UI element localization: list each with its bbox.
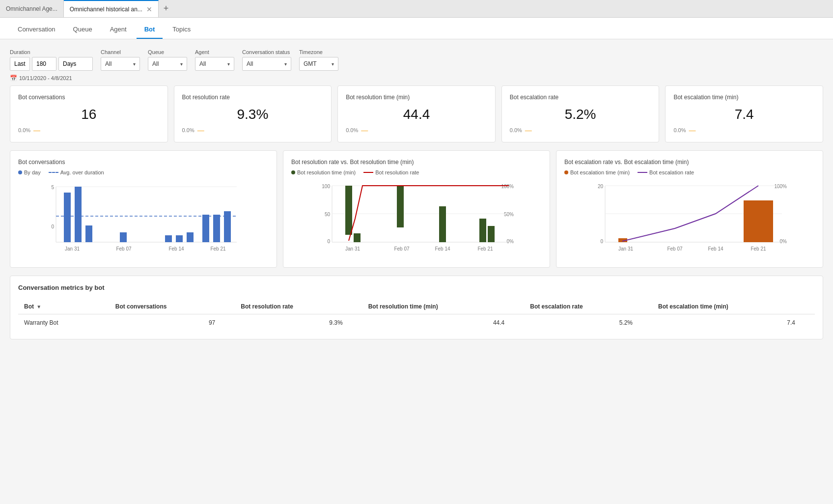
legend-line — [363, 172, 373, 173]
table-row: Warranty Bot 97 9.3% 44.4 5.2% 7.4 — [18, 314, 815, 332]
col-bot[interactable]: Bot ▼ — [18, 299, 110, 314]
table-section: Conversation metrics by bot Bot ▼ Bot co… — [10, 276, 823, 339]
chart-legend: Bot resolution time (min) Bot resolution… — [291, 169, 542, 175]
col-bot-conversations[interactable]: Bot conversations — [110, 299, 235, 314]
chart-legend: By day Avg. over duration — [18, 169, 269, 175]
svg-text:0: 0 — [327, 239, 330, 244]
bar — [64, 193, 71, 242]
svg-text:5: 5 — [51, 185, 54, 190]
bar — [479, 219, 486, 242]
queue-dropdown[interactable]: All ▾ — [148, 57, 187, 71]
svg-text:Feb 21: Feb 21 — [750, 246, 766, 252]
chart-bot-resolution: Bot resolution rate vs. Bot resolution t… — [283, 150, 550, 268]
bar — [202, 215, 209, 242]
duration-value-input[interactable] — [32, 57, 56, 71]
bar — [397, 186, 404, 227]
kpi-title: Bot escalation rate — [510, 94, 651, 101]
kpi-change: 0.0% — [510, 127, 522, 133]
svg-text:100%: 100% — [774, 184, 787, 189]
duration-unit-select[interactable]: Days — [58, 57, 93, 71]
queue-filter: Queue All ▾ — [148, 49, 187, 71]
svg-text:Jan 31: Jan 31 — [618, 246, 633, 252]
legend-avg: Avg. over duration — [49, 169, 104, 175]
bar — [224, 211, 231, 242]
kpi-indicator: — — [197, 126, 204, 134]
cell-escalation-time: 7.4 — [652, 314, 815, 332]
chart-bot-escalation: Bot escalation rate vs. Bot escalation t… — [556, 150, 823, 268]
col-bot-resolution-rate: Bot resolution rate — [235, 299, 362, 314]
tab-queue[interactable]: Queue — [65, 21, 100, 39]
tab-topics[interactable]: Topics — [165, 21, 198, 39]
col-bot-resolution-time: Bot resolution time (min) — [362, 299, 525, 314]
kpi-bot-conversations: Bot conversations 16 0.0% — — [10, 85, 168, 142]
kpi-indicator: — — [689, 126, 695, 134]
browser-tab-2[interactable]: Omnichannel historical an... ✕ — [64, 0, 159, 17]
kpi-value: 7.4 — [673, 107, 815, 122]
bot-conversations-chart: 5 0 — [18, 179, 269, 258]
bar — [488, 226, 495, 242]
calendar-icon: 📅 — [10, 75, 17, 82]
svg-text:Jan 31: Jan 31 — [345, 246, 360, 252]
svg-text:0: 0 — [600, 239, 603, 244]
chevron-down-icon: ▾ — [332, 61, 334, 67]
timezone-dropdown[interactable]: GMT ▾ — [299, 57, 338, 71]
duration-preset-select[interactable]: Last — [10, 57, 30, 71]
conv-status-dropdown[interactable]: All ▾ — [242, 57, 291, 71]
svg-text:0%: 0% — [507, 239, 514, 244]
svg-text:100: 100 — [322, 184, 330, 189]
browser-tabs: Omnichannel Age... Omnichannel historica… — [0, 0, 833, 18]
cell-conversations: 97 — [110, 314, 235, 332]
kpi-title: Bot resolution rate — [182, 94, 324, 101]
kpi-indicator: — — [361, 126, 368, 134]
duration-label: Duration — [10, 49, 93, 55]
legend-resolution-rate: Bot resolution rate — [363, 169, 419, 175]
svg-text:Feb 14: Feb 14 — [168, 246, 184, 252]
browser-tab-1[interactable]: Omnichannel Age... — [0, 0, 64, 17]
kpi-title: Bot resolution time (min) — [346, 94, 487, 101]
col-bot-escalation-time: Bot escalation time (min) — [652, 299, 815, 314]
queue-label: Queue — [148, 49, 187, 55]
filters-row: Duration Last Days Channel All ▾ — [10, 49, 823, 71]
kpi-change: 0.0% — [673, 127, 686, 133]
bar — [75, 187, 82, 242]
legend-escalation-rate: Bot escalation rate — [638, 169, 694, 175]
bar — [187, 232, 194, 242]
chevron-down-icon: ▾ — [284, 61, 287, 67]
legend-dash — [49, 172, 58, 173]
svg-text:20: 20 — [598, 184, 604, 189]
sort-icon: ▼ — [36, 304, 41, 309]
legend-dot — [564, 170, 568, 174]
date-range: 📅 10/11/2020 - 4/8/2021 — [10, 75, 823, 82]
nav-tabs: Conversation Queue Agent Bot Topics — [0, 18, 833, 39]
legend-by-day: By day — [18, 169, 41, 175]
svg-text:Feb 21: Feb 21 — [210, 246, 226, 252]
svg-text:Feb 14: Feb 14 — [708, 246, 723, 252]
add-tab-button[interactable]: + — [159, 3, 174, 14]
bar — [439, 206, 446, 242]
bar — [354, 233, 361, 242]
conv-status-filter: Conversation status All ▾ — [242, 49, 291, 71]
tab-bot[interactable]: Bot — [137, 21, 163, 39]
tab-conversation[interactable]: Conversation — [10, 21, 63, 39]
channel-dropdown[interactable]: All ▾ — [101, 57, 140, 71]
close-tab-icon[interactable]: ✕ — [146, 5, 152, 13]
kpi-bot-resolution-rate: Bot resolution rate 9.3% 0.0% — — [174, 85, 332, 142]
cell-resolution-time: 44.4 — [362, 314, 525, 332]
svg-text:Jan 31: Jan 31 — [65, 246, 80, 252]
browser-tab-2-label: Omnichannel historical an... — [70, 6, 142, 13]
cell-resolution-rate: 9.3% — [235, 314, 362, 332]
kpi-value: 5.2% — [510, 107, 651, 122]
kpi-value: 9.3% — [182, 107, 324, 122]
kpi-change: 0.0% — [182, 127, 194, 133]
tab-agent[interactable]: Agent — [102, 21, 135, 39]
table-section-title: Conversation metrics by bot — [18, 284, 815, 291]
agent-dropdown[interactable]: All ▾ — [195, 57, 234, 71]
svg-text:Feb 21: Feb 21 — [477, 246, 493, 252]
agent-filter: Agent All ▾ — [195, 49, 234, 71]
kpi-bot-escalation-time: Bot escalation time (min) 7.4 0.0% — — [665, 85, 823, 142]
chart-title: Bot conversations — [18, 159, 269, 166]
chevron-down-icon: ▾ — [227, 61, 230, 67]
app-container: Conversation Queue Agent Bot Topics Dura… — [0, 18, 833, 504]
timezone-filter: Timezone GMT ▾ — [299, 49, 338, 71]
bar — [165, 235, 172, 242]
